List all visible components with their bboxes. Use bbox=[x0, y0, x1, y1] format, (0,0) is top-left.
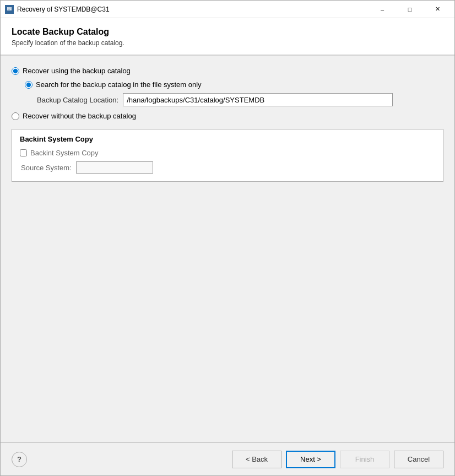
help-button[interactable]: ? bbox=[12, 452, 27, 467]
backint-group-box: Backint System Copy Backint System Copy … bbox=[12, 129, 443, 182]
recover-without-catalog-option[interactable]: Recover without the backup catalog bbox=[12, 112, 136, 120]
sub-radio-section: Search for the backup catalog in the fil… bbox=[25, 80, 443, 106]
search-filesystem-radio[interactable] bbox=[25, 81, 32, 89]
catalog-location-row: Backup Catalog Location: bbox=[37, 93, 443, 106]
source-system-input[interactable] bbox=[76, 161, 153, 174]
backint-group-title: Backint System Copy bbox=[20, 135, 435, 143]
svg-rect-3 bbox=[8, 9, 10, 9]
recover-using-catalog-option[interactable]: Recover using the backup catalog bbox=[12, 67, 443, 75]
source-system-label: Source System: bbox=[21, 164, 72, 172]
backint-checkbox-option[interactable]: Backint System Copy bbox=[20, 149, 435, 157]
content-area: Recover using the backup catalog Search … bbox=[1, 56, 454, 442]
page-title: Locate Backup Catalog bbox=[12, 27, 443, 37]
app-icon bbox=[5, 5, 14, 14]
catalog-location-input[interactable] bbox=[123, 93, 393, 106]
main-window: Recovery of SYSTEMDB@C31 – □ ✕ Locate Ba… bbox=[0, 0, 455, 476]
cancel-button[interactable]: Cancel bbox=[394, 451, 443, 468]
title-bar: Recovery of SYSTEMDB@C31 – □ ✕ bbox=[1, 1, 454, 18]
close-button[interactable]: ✕ bbox=[425, 1, 450, 18]
search-filesystem-label: Search for the backup catalog in the fil… bbox=[36, 80, 202, 89]
backint-checkbox[interactable] bbox=[20, 149, 27, 156]
content-spacer bbox=[12, 191, 443, 431]
svg-rect-2 bbox=[8, 8, 11, 8]
next-button[interactable]: Next > bbox=[286, 451, 335, 468]
window-title: Recovery of SYSTEMDB@C31 bbox=[17, 6, 370, 13]
search-filesystem-option[interactable]: Search for the backup catalog in the fil… bbox=[25, 80, 443, 89]
page-subtitle: Specify location of the backup catalog. bbox=[12, 39, 443, 47]
recover-using-catalog-radio[interactable] bbox=[12, 67, 19, 75]
recover-without-catalog-radio[interactable] bbox=[12, 112, 19, 120]
back-button[interactable]: < Back bbox=[232, 451, 281, 468]
footer: ? < Back Next > Finish Cancel bbox=[1, 442, 454, 475]
title-bar-controls: – □ ✕ bbox=[370, 1, 450, 18]
finish-button[interactable]: Finish bbox=[340, 451, 389, 468]
recover-using-catalog-label: Recover using the backup catalog bbox=[23, 67, 131, 75]
catalog-location-label: Backup Catalog Location: bbox=[37, 96, 118, 104]
recover-without-catalog-label: Recover without the backup catalog bbox=[23, 112, 136, 120]
recover-without-section: Recover without the backup catalog bbox=[12, 112, 443, 120]
source-system-row: Source System: bbox=[21, 161, 435, 174]
header-section: Locate Backup Catalog Specify location o… bbox=[1, 18, 454, 56]
recovery-options-group: Recover using the backup catalog Search … bbox=[12, 67, 443, 120]
maximize-button[interactable]: □ bbox=[397, 1, 422, 18]
minimize-button[interactable]: – bbox=[370, 1, 395, 18]
backint-group-content: Backint System Copy Source System: bbox=[20, 149, 435, 174]
backint-checkbox-label: Backint System Copy bbox=[30, 149, 99, 157]
